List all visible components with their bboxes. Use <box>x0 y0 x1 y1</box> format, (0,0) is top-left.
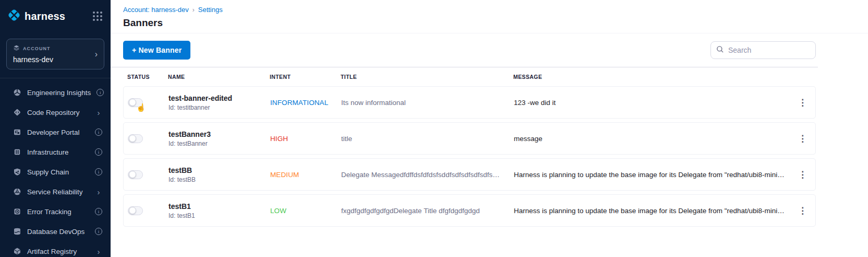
search-icon <box>716 45 724 55</box>
sidebar-item-label: Artifact Registry <box>27 248 89 255</box>
info-icon[interactable] <box>95 228 102 235</box>
sidebar-nav-list: Engineering Insights Code Repository Dev… <box>0 78 111 257</box>
account-label: ACCOUNT <box>23 46 51 51</box>
banner-id: Id: testitbanner <box>168 104 270 111</box>
banner-title: Its now informational <box>341 99 514 107</box>
sidebar-item-label: Engineering Insights <box>27 89 91 97</box>
table-row[interactable]: testBanner3 Id: testBanner HIGH title me… <box>123 122 816 155</box>
account-layers-icon <box>13 44 20 53</box>
table-header-row: STATUS NAME INTENT TITLE MESSAGE <box>123 67 816 86</box>
search-box[interactable] <box>710 41 816 59</box>
sidebar-item-label: Developer Portal <box>27 128 89 136</box>
sidebar-item-label: Code Repository <box>27 109 89 116</box>
info-icon[interactable] <box>97 89 104 96</box>
sidebar-item-service-reliability[interactable]: Service Reliability <box>0 182 111 202</box>
page-title: Banners <box>123 17 816 29</box>
banner-message: message <box>514 135 790 143</box>
banner-id: Id: testBanner <box>168 140 270 147</box>
chevron-right-icon <box>95 108 102 117</box>
banner-message: Harness is planning to update the base i… <box>514 207 790 215</box>
banners-table: STATUS NAME INTENT TITLE MESSAGE test-ba… <box>111 67 868 257</box>
sidebar-item-label: Infrastructure <box>27 148 89 156</box>
banner-name: testBB <box>168 166 270 174</box>
sidebar-item-label: Supply Chain <box>27 168 89 176</box>
banner-title: title <box>341 135 514 143</box>
breadcrumb-separator: › <box>192 6 195 14</box>
chevron-right-icon <box>95 247 102 256</box>
banner-name: testBanner3 <box>168 130 270 138</box>
engineering-insights-icon <box>13 88 21 97</box>
banner-title: Delegate Messagedfdffdsfdfdsfsddfsdfsdfs… <box>341 171 514 179</box>
new-banner-button[interactable]: + New Banner <box>123 41 190 60</box>
banner-status-toggle[interactable] <box>128 98 143 107</box>
logo-wordmark: harness <box>25 10 65 22</box>
account-selector[interactable]: ACCOUNT harness-dev <box>6 39 104 69</box>
table-row[interactable]: test-banner-edited Id: testitbanner INFO… <box>123 86 816 119</box>
sidebar-item-label: Error Tracking <box>27 208 89 216</box>
banner-name: test-banner-edited <box>168 94 270 102</box>
chevron-right-icon <box>95 50 98 59</box>
sidebar-item-artifact-registry[interactable]: Artifact Registry <box>0 241 111 257</box>
banner-id: Id: testBB <box>168 176 270 183</box>
banner-intent: HIGH <box>270 135 341 143</box>
breadcrumb: Account: harness-dev › Settings <box>123 6 816 14</box>
search-input[interactable] <box>728 46 810 54</box>
row-menu-kebab-icon[interactable] <box>794 132 811 145</box>
toolbar: + New Banner <box>111 33 868 67</box>
row-menu-kebab-icon[interactable] <box>794 168 811 181</box>
table-row[interactable]: testBB Id: testBB MEDIUM Delegate Messag… <box>123 158 816 191</box>
app-launcher-grid-icon[interactable] <box>93 11 102 21</box>
banner-message: Harness is planning to update the base i… <box>514 171 790 179</box>
banner-id: Id: testB1 <box>168 212 270 219</box>
banner-status-toggle[interactable] <box>128 206 143 215</box>
database-icon <box>13 227 21 236</box>
column-header-message: MESSAGE <box>513 74 791 80</box>
harness-logo[interactable]: harness <box>7 8 65 24</box>
banner-status-toggle[interactable] <box>128 134 143 143</box>
row-menu-kebab-icon[interactable] <box>794 204 811 217</box>
developer-portal-icon <box>13 128 21 137</box>
infrastructure-icon <box>13 148 21 157</box>
sidebar-item-error-tracking[interactable]: Error Tracking <box>0 202 111 221</box>
breadcrumb-account-link[interactable]: Account: harness-dev <box>123 6 189 14</box>
sidebar-item-label: Service Reliability <box>27 188 89 196</box>
info-icon[interactable] <box>95 208 102 215</box>
column-header-intent: INTENT <box>270 74 341 80</box>
harness-logo-icon <box>7 8 21 24</box>
banner-title: fxgdfgdfgdfgdfgdDelegate Title dfgfdgdfg… <box>341 207 514 215</box>
code-repository-icon <box>13 108 21 117</box>
sidebar-item-label: Database DevOps <box>27 228 89 236</box>
account-name: harness-dev <box>13 55 98 64</box>
service-reliability-icon <box>13 188 21 196</box>
chevron-right-icon <box>95 188 102 196</box>
column-header-title: TITLE <box>341 74 513 80</box>
info-icon[interactable] <box>95 128 102 136</box>
column-header-name: NAME <box>168 74 270 80</box>
banner-message: 123 -we did it <box>514 99 790 107</box>
banner-intent: LOW <box>270 207 341 215</box>
row-menu-kebab-icon[interactable] <box>794 96 811 109</box>
sidebar-item-code-repository[interactable]: Code Repository <box>0 102 111 122</box>
banner-name: testB1 <box>168 202 270 211</box>
sidebar-item-infrastructure[interactable]: Infrastructure <box>0 142 111 162</box>
sidebar-item-supply-chain[interactable]: Supply Chain <box>0 162 111 182</box>
sidebar-item-engineering-insights[interactable]: Engineering Insights <box>0 83 111 102</box>
supply-chain-shield-icon <box>13 168 21 177</box>
table-row[interactable]: testB1 Id: testB1 LOW fxgdfgdfgdfgdfgdDe… <box>123 194 816 227</box>
sidebar-item-developer-portal[interactable]: Developer Portal <box>0 122 111 142</box>
error-tracking-target-icon <box>13 207 21 216</box>
info-icon[interactable] <box>95 168 102 176</box>
breadcrumb-settings-link[interactable]: Settings <box>198 6 223 14</box>
banner-intent: MEDIUM <box>270 171 341 179</box>
sidebar-item-database-devops[interactable]: Database DevOps <box>0 221 111 241</box>
info-icon[interactable] <box>95 148 102 156</box>
artifact-registry-cube-icon <box>13 247 21 256</box>
banner-status-toggle[interactable] <box>128 170 143 179</box>
banner-intent: INFORMATIONAL <box>270 99 341 107</box>
sidebar: harness ACCOUNT harness-dev Engineering … <box>0 0 111 257</box>
main-content: Account: harness-dev › Settings Banners … <box>111 0 868 257</box>
column-header-status: STATUS <box>127 74 168 80</box>
page-header: Account: harness-dev › Settings Banners <box>111 0 868 33</box>
